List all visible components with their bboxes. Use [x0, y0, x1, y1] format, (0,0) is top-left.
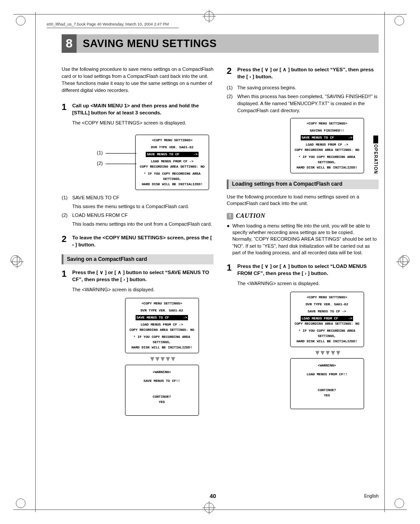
menu-screen: <COPY MENU SETTINGS> DVR TYPE VER. SA01-… — [290, 292, 364, 347]
screen-line-highlight: SAVE MENUS TO CF -> — [301, 135, 353, 140]
registration-mark-icon — [203, 501, 216, 514]
screen-line: LOAD MENUS FROM CF -> — [292, 142, 362, 147]
screen-line: HARD DISK WILL BE INITIALIZED! — [127, 345, 197, 350]
step-number: 1 — [62, 269, 72, 293]
legend-num: (1) — [62, 194, 72, 202]
screen-line-highlight: SAVE MENUS TO CF -> — [136, 315, 188, 320]
screen-line: COPY RECORDING AREA SETTINGS: NO — [127, 327, 197, 333]
reg-circle-icon — [16, 498, 26, 508]
screen-line: COPY RECORDING AREA SETTINGS: NO — [292, 321, 362, 326]
substep: (1) The saving process begins. — [227, 84, 379, 92]
screen-line: <COPY MENU SETTINGS> — [292, 295, 362, 300]
step-block: 2 Press the [ ∨ ] or [ ∧ ] button to sel… — [227, 66, 379, 80]
step-number: 1 — [62, 102, 72, 127]
substep-num: (2) — [227, 93, 237, 114]
step-title: To leave the <COPY MENU SETTINGS> screen… — [72, 234, 214, 248]
legend-text: This saves the menu settings to a Compac… — [72, 203, 214, 210]
registration-mark-icon — [396, 255, 409, 268]
legend-num: (2) — [62, 212, 72, 219]
step-block: 1 Press the [ ∨ ] or [ ∧ ] button to sel… — [227, 263, 379, 287]
chapter-number: 8 — [62, 34, 77, 53]
callout-label: (2) — [97, 160, 103, 167]
reg-circle-icon — [394, 498, 404, 508]
book-meta: e00_l8had_us_7.book Page 40 Wednesday, M… — [47, 22, 179, 28]
screen-line: * IF YOU COPY RECORDING AREA SETTINGS, — [137, 171, 207, 182]
warning-screen: <WARNING> SAVE MENUS TO CF!! CONTINUE? Y… — [125, 365, 199, 416]
screen-line: * IF YOU COPY RECORDING AREA SETTINGS, — [292, 328, 362, 339]
screen-line: <WARNING> — [127, 370, 197, 375]
down-arrow-icon: ▼▼▼▼▼ — [275, 351, 379, 355]
menu-screen: <COPY MENU SETTINGS> SAVING FINISHED!! S… — [290, 118, 364, 173]
screen-line: CONTINUE? — [292, 388, 362, 393]
callout-label: (1) — [97, 150, 103, 157]
screen-line-highlight: LOAD MENUS FROM CF -> — [301, 316, 353, 321]
step-block: 1 Call up <MAIN MENU 1> and then press a… — [62, 102, 214, 127]
caution-label: CAUTION — [236, 212, 265, 220]
warning-screen: <WARNING> LOAD MENUS FROM CF!! CONTINUE?… — [290, 358, 364, 409]
screen-line: HARD DISK WILL BE INITIALIZED! — [292, 339, 362, 344]
footer-language: English — [364, 494, 379, 498]
screen-line: <COPY MENU SETTINGS> — [127, 301, 197, 306]
screen-line: SAVING FINISHED!! — [292, 128, 362, 133]
right-column: 2 Press the [ ∨ ] or [ ∧ ] button to sel… — [227, 66, 379, 419]
left-column: Use the following procedure to save menu… — [62, 66, 214, 419]
step-title: Press the [ ∨ ] or [ ∧ ] button to selec… — [72, 269, 214, 283]
step-number: 2 — [227, 66, 237, 80]
screen-line: LOAD MENUS FROM CF!! — [292, 372, 362, 377]
caution-heading: ! CAUTION — [227, 212, 379, 220]
screen-line: <COPY MENU SETTINGS> — [292, 121, 362, 126]
substep: (2) When this process has been completed… — [227, 93, 379, 114]
screen-line: * IF YOU COPY RECORDING AREA SETTINGS, — [127, 334, 197, 345]
screen-with-callouts: (1) (2) <COPY MENU SETTINGS> DVR TYPE VE… — [62, 131, 214, 188]
step-number: 1 — [227, 263, 237, 287]
screen-line: YES — [127, 399, 197, 405]
reg-circle-icon — [394, 16, 404, 26]
step-title: Call up <MAIN MENU 1> and then press and… — [72, 102, 214, 116]
book-meta-text: e00_l8had_us_7.book Page 40 Wednesday, M… — [47, 22, 169, 26]
screen-line: LOAD MENUS FROM CF -> — [127, 322, 197, 327]
step-title: Press the [ ∨ ] or [ ∧ ] button to selec… — [237, 66, 379, 80]
intro-text: Use the following procedure to save menu… — [62, 66, 214, 94]
step-followup: The <COPY MENU SETTINGS> screen is displ… — [72, 120, 214, 127]
chapter-title: SAVING MENU SETTINGS — [83, 37, 217, 50]
caution-text: ● When loading a menu setting file into … — [227, 223, 379, 257]
screen-line: COPY RECORDING AREA SETTINGS: NO — [292, 147, 362, 153]
screen-line: <WARNING> — [292, 363, 362, 368]
step-title: Press the [ ∨ ] or [ ∧ ] button to selec… — [237, 263, 379, 277]
load-intro: Use the following procedure to load menu… — [227, 194, 379, 208]
page-footer: 40 English — [62, 493, 379, 499]
substep-text: The saving process begins. — [237, 84, 379, 92]
step-number: 2 — [62, 234, 72, 248]
chapter-header: 8 SAVING MENU SETTINGS — [62, 34, 379, 53]
screen-line: DVR TYPE VER. SA01-02 — [137, 145, 207, 150]
screen-line: LOAD MENUS FROM CF -> — [137, 159, 207, 164]
screen-line: SAVE MENUS TO CF -> — [292, 309, 362, 314]
legend-list: (1) SAVE MENUS TO CF This saves the menu… — [62, 194, 214, 228]
registration-mark-icon — [11, 255, 24, 268]
menu-screen: <COPY MENU SETTINGS> DVR TYPE VER. SA01-… — [135, 135, 209, 190]
legend-text: This loads menu settings into the unit f… — [72, 221, 214, 228]
screen-line: HARD DISK WILL BE INITIALIZED! — [137, 182, 207, 187]
screen-line: YES — [292, 393, 362, 398]
registration-mark-icon — [203, 10, 216, 23]
bullet-icon: ● — [227, 223, 230, 257]
page-number: 40 — [210, 493, 216, 499]
screen-line: * IF YOU COPY RECORDING AREA SETTINGS, — [292, 154, 362, 165]
step-followup: The <WARNING> screen is displayed. — [72, 286, 214, 293]
screen-line: CONTINUE? — [127, 394, 197, 399]
section-heading: Loading settings from a CompactFlash car… — [227, 180, 379, 189]
step-followup: The <WARNING> screen is displayed. — [237, 280, 379, 287]
step-block: 2 To leave the <COPY MENU SETTINGS> scre… — [62, 234, 214, 248]
down-arrow-icon: ▼▼▼▼▼ — [110, 357, 214, 361]
reg-circle-icon — [16, 16, 26, 26]
legend-title: SAVE MENUS TO CF — [72, 194, 214, 202]
screen-line: DVR TYPE VER. SA01-02 — [127, 308, 197, 313]
screen-line: COPY RECORDING AREA SETTINGS: NO — [137, 164, 207, 169]
screen-line: SAVE MENUS TO CF!! — [127, 378, 197, 384]
caution-icon: ! — [227, 213, 233, 220]
legend-title: LOAD MENUS FROM CF — [72, 212, 214, 219]
caution-body: When loading a menu setting file into th… — [232, 223, 379, 257]
screen-line: DVR TYPE VER. SA01-02 — [292, 302, 362, 307]
screen-line: HARD DISK WILL BE INITIALIZED! — [292, 165, 362, 170]
screen-line: <COPY MENU SETTINGS> — [137, 138, 207, 143]
